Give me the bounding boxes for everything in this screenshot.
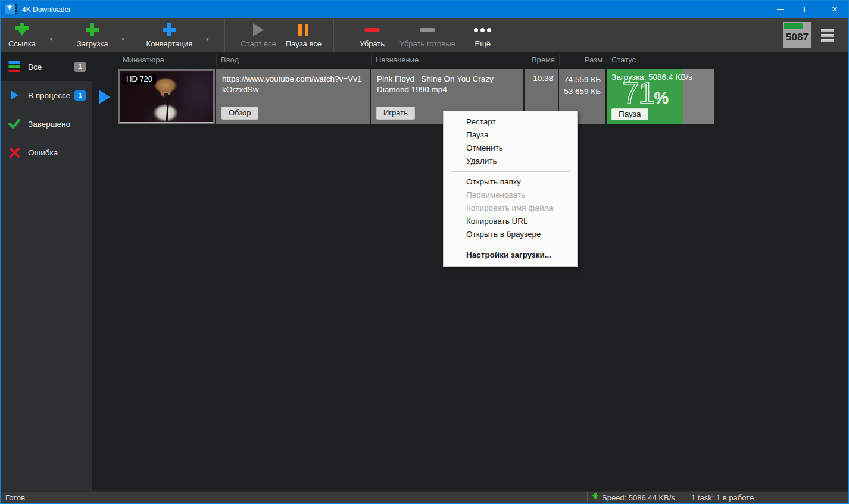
column-header-time[interactable]: Время <box>525 55 559 65</box>
more-button[interactable]: Ещё <box>464 18 502 52</box>
table-header: Миниатюра Ввод Назначение Время Разм Ста… <box>92 52 848 68</box>
download-speed-icon <box>592 495 598 500</box>
start-all-icon <box>253 21 264 38</box>
source-url: https://www.youtube.com/watch?v=Vv1kOrzx… <box>222 74 364 95</box>
hamburger-icon <box>821 29 834 32</box>
thumbnail-cell: HD 720 <box>118 69 215 124</box>
remove-completed-button[interactable]: Убрать готовые <box>395 18 460 52</box>
maximize-icon <box>804 7 810 12</box>
add-conversion-button[interactable]: Конвертация <box>142 18 198 52</box>
license-counter-badge: 5087 <box>783 22 811 48</box>
browse-button[interactable]: Обзор <box>221 107 258 120</box>
title-bar: 4K Downloader ✕ <box>1 1 848 18</box>
add-link-button[interactable]: Ссылка <box>3 18 41 52</box>
window-title: 4K Downloader <box>22 5 71 14</box>
sidebar-item-all[interactable]: Все 1 <box>1 52 92 81</box>
more-icon <box>474 21 491 38</box>
remove-completed-icon <box>420 21 435 38</box>
all-filter-icon <box>8 61 21 72</box>
destination-filename: Pink Floyd Shine On You Crazy Diamond 19… <box>377 74 517 95</box>
app-logo-icon <box>5 4 15 14</box>
menu-separator <box>450 245 571 245</box>
progress-percent: 71% <box>622 75 669 111</box>
pause-task-button[interactable]: Пауза <box>611 108 648 120</box>
more-label: Ещё <box>475 39 491 48</box>
status-bar: Готов Speed: 5086.44 KB/s 1 task: 1 в ра… <box>1 491 848 503</box>
sidebar-item-label: Ошибка <box>28 148 86 157</box>
menu-item-copy-filename: Копировать имя файла <box>444 202 577 215</box>
input-cell: https://www.youtube.com/watch?v=Vv1kOrzx… <box>216 69 370 124</box>
close-button[interactable]: ✕ <box>821 1 848 18</box>
sidebar-item-error[interactable]: Ошибка <box>1 138 92 167</box>
maximize-button[interactable] <box>794 1 821 18</box>
menu-item-open-in-browser[interactable]: Открыть в браузере <box>444 228 577 241</box>
add-link-label: Ссылка <box>8 39 36 48</box>
sidebar-item-label: Все <box>28 62 74 71</box>
menu-item-download-settings[interactable]: Настройки загрузки... <box>444 249 577 262</box>
column-header-input[interactable]: Ввод <box>216 55 371 65</box>
sidebar-item-completed[interactable]: Завершено <box>1 109 92 138</box>
add-conversion-icon <box>161 21 177 38</box>
menu-item-cancel[interactable]: Отменить <box>444 142 577 155</box>
video-thumbnail[interactable]: HD 720 <box>120 71 213 123</box>
toolbar: Ссылка ▼ Загрузка ▼ Конвертация ▼ <box>1 18 848 52</box>
menu-item-copy-url[interactable]: Копировать URL <box>444 215 577 228</box>
menu-item-rename: Переименовать <box>444 189 577 202</box>
pause-all-button[interactable]: Пауза все <box>281 18 326 52</box>
menu-item-pause[interactable]: Пауза <box>444 129 577 142</box>
pause-all-label: Пауза все <box>286 39 322 48</box>
in-progress-count-badge: 1 <box>74 90 86 101</box>
row-state-cell <box>92 69 117 124</box>
pause-all-icon <box>298 21 308 38</box>
add-download-dropdown[interactable]: ▼ <box>113 18 133 52</box>
menu-item-restart[interactable]: Рестарт <box>444 115 577 129</box>
quality-tag: HD 720 <box>123 74 156 84</box>
context-menu: Рестарт Пауза Отменить Удалить Открыть п… <box>443 111 578 267</box>
start-all-button[interactable]: Старт все <box>236 18 280 52</box>
remove-completed-label: Убрать готовые <box>399 39 455 48</box>
app-window: 4K Downloader ✕ Ссылка ▼ <box>0 0 849 504</box>
column-header-size[interactable]: Разм <box>559 55 607 65</box>
menu-separator <box>450 171 571 172</box>
sidebar-item-label: Завершено <box>28 120 86 129</box>
menu-item-open-folder[interactable]: Открыть папку <box>444 176 577 189</box>
size-total: 74 559 КБ <box>564 74 601 86</box>
play-file-button[interactable]: Играть <box>376 107 415 120</box>
menu-button[interactable] <box>811 18 844 52</box>
remove-label: Убрать <box>360 39 385 48</box>
size-done: 53 659 КБ <box>564 86 601 98</box>
remove-button[interactable]: Убрать <box>353 18 391 52</box>
in-progress-icon <box>8 90 21 100</box>
status-ready-text: Готов <box>1 493 587 502</box>
status-cell: Загрузка: 5086.4 KB/s 71% Пауза <box>607 69 714 124</box>
menu-item-delete[interactable]: Удалить <box>444 155 577 168</box>
sidebar: Все 1 В процессе 1 Завершено Ошибка <box>1 52 92 491</box>
add-conversion-label: Конвертация <box>146 39 193 48</box>
add-download-icon <box>85 21 100 38</box>
close-icon: ✕ <box>832 5 838 14</box>
sidebar-item-label: В процессе <box>28 91 74 100</box>
column-header-status[interactable]: Статус <box>607 55 715 65</box>
add-download-button[interactable]: Загрузка <box>72 18 113 52</box>
counter-level-bar <box>784 23 803 29</box>
add-conversion-dropdown[interactable]: ▼ <box>197 18 217 52</box>
minimize-icon <box>777 9 784 10</box>
statusbar-speed-text: Speed: 5086.44 KB/s <box>602 493 675 502</box>
column-header-spacer <box>92 55 118 65</box>
row-playing-icon <box>99 90 110 104</box>
completed-check-icon <box>8 118 21 129</box>
statusbar-tasks-text: 1 task: 1 в работе <box>685 493 848 502</box>
sidebar-item-in-progress[interactable]: В процессе 1 <box>1 81 92 109</box>
minimize-button[interactable] <box>766 1 794 18</box>
column-header-destination[interactable]: Назначение <box>371 55 525 65</box>
error-x-icon <box>8 148 21 158</box>
counter-value: 5087 <box>783 32 811 43</box>
add-link-dropdown[interactable]: ▼ <box>41 18 61 52</box>
remove-icon <box>364 21 380 38</box>
add-link-icon <box>14 21 30 38</box>
start-all-label: Старт все <box>241 39 276 48</box>
all-count-badge: 1 <box>74 62 86 72</box>
add-download-label: Загрузка <box>77 39 108 48</box>
column-header-thumbnail[interactable]: Миниатюра <box>118 55 216 65</box>
